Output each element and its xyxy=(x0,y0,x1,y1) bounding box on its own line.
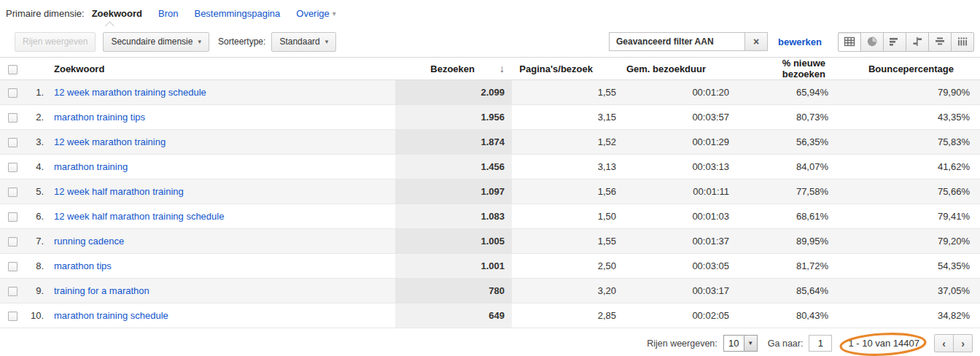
bounce-rate-value: 41,62% xyxy=(837,155,980,179)
table-row: 5. 12 week half marathon training 1.097 … xyxy=(0,179,980,204)
view-switcher xyxy=(838,32,974,52)
pct-new-visits-value: 65,94% xyxy=(738,80,837,105)
sort-type-dropdown[interactable]: Standaard ▾ xyxy=(271,32,336,52)
row-rank: 6. xyxy=(25,204,47,229)
row-checkbox[interactable] xyxy=(8,262,18,271)
avg-duration-value: 00:03:13 xyxy=(625,155,738,179)
edit-filter-link[interactable]: bewerken xyxy=(778,36,822,47)
comparison-view-button[interactable] xyxy=(906,32,929,52)
pages-per-visit-value: 1,55 xyxy=(512,80,625,105)
pct-new-visits-value: 68,61% xyxy=(738,204,837,229)
column-header-keyword[interactable]: Zoekwoord xyxy=(47,58,395,80)
row-checkbox[interactable] xyxy=(8,88,18,98)
pivot-view-button[interactable] xyxy=(951,32,974,52)
column-header-visits[interactable]: Bezoeken↓ xyxy=(395,58,512,80)
pagination-bar: Rijen weergeven: 10 ▼ Ga naar: 1 - 10 va… xyxy=(0,328,980,356)
secondary-dimension-button[interactable]: Secundaire dimensie ▾ xyxy=(103,32,209,52)
column-header-bounce-rate[interactable]: Bouncepercentage xyxy=(837,58,980,80)
percentage-view-button[interactable] xyxy=(860,32,884,52)
show-rows-button[interactable]: Rijen weergeven xyxy=(15,32,96,52)
row-checkbox[interactable] xyxy=(8,138,18,147)
pct-new-visits-value: 89,95% xyxy=(738,229,837,254)
comparison-icon xyxy=(911,36,923,47)
chevron-right-icon: › xyxy=(961,338,965,349)
show-rows-label: Rijen weergeven xyxy=(23,36,88,47)
row-checkbox[interactable] xyxy=(8,163,18,172)
keyword-link[interactable]: marathon training tips xyxy=(54,112,145,123)
avg-duration-value: 00:03:05 xyxy=(625,254,738,279)
avg-duration-value: 00:03:57 xyxy=(625,105,738,130)
keyword-link[interactable]: 12 week half marathon training schedule xyxy=(54,211,224,222)
previous-page-button[interactable]: ‹ xyxy=(934,334,954,352)
pages-per-visit-value: 1,55 xyxy=(512,229,625,254)
report-toolbar: Rijen weergeven Secundaire dimensie ▾ So… xyxy=(0,26,980,57)
column-header-avg-duration[interactable]: Gem. bezoekduur xyxy=(625,58,738,80)
table-row: 8. marathon tips 1.001 2,50 00:03:05 81,… xyxy=(0,254,980,279)
term-cloud-view-button[interactable] xyxy=(928,32,952,52)
row-checkbox-cell xyxy=(0,254,25,279)
row-checkbox[interactable] xyxy=(8,312,18,321)
analytics-keyword-report: Primaire dimensie: Zoekwoord Bron Bestem… xyxy=(0,0,980,356)
table-row: 10. marathon training schedule 649 2,85 … xyxy=(0,303,980,328)
row-checkbox[interactable] xyxy=(8,287,18,296)
pages-per-visit-value: 3,15 xyxy=(512,105,625,130)
visits-value: 1.001 xyxy=(395,254,512,279)
secondary-dimension-label: Secundaire dimensie xyxy=(111,36,192,47)
keyword-link[interactable]: 12 week half marathon training xyxy=(54,186,184,197)
keyword-link[interactable]: 12 week marathon training schedule xyxy=(54,87,206,98)
column-header-pct-new-visits[interactable]: % nieuwe bezoeken xyxy=(738,58,837,80)
keyword-link[interactable]: marathon training xyxy=(54,161,128,172)
row-checkbox-cell xyxy=(0,303,25,328)
goto-page-input[interactable] xyxy=(809,335,832,352)
visits-value: 1.097 xyxy=(395,179,512,204)
performance-view-button[interactable] xyxy=(883,32,906,52)
rank-header xyxy=(25,58,47,80)
pct-new-visits-value: 56,35% xyxy=(738,130,837,155)
dimension-tab-bron[interactable]: Bron xyxy=(158,8,178,19)
row-checkbox[interactable] xyxy=(8,187,18,197)
visits-value: 1.456 xyxy=(395,155,512,179)
row-rank: 3. xyxy=(25,130,47,155)
dimension-tab-zoekwoord[interactable]: Zoekwoord xyxy=(92,8,142,19)
keyword-link[interactable]: marathon tips xyxy=(54,260,112,271)
bounce-rate-value: 79,41% xyxy=(837,204,980,229)
pages-per-visit-value: 3,13 xyxy=(512,155,625,179)
row-checkbox-cell xyxy=(0,155,25,179)
pct-new-visits-value: 81,72% xyxy=(738,254,837,279)
select-all-checkbox-cell xyxy=(0,58,25,80)
table-view-button[interactable] xyxy=(838,32,861,52)
chevron-down-icon: ▼ xyxy=(744,336,757,351)
pct-new-visits-value: 77,58% xyxy=(738,179,837,204)
select-all-checkbox[interactable] xyxy=(8,65,18,74)
table-row: 9. training for a marathon 780 3,20 00:0… xyxy=(0,279,980,303)
sort-descending-icon: ↓ xyxy=(499,63,505,74)
visits-value: 649 xyxy=(395,303,512,328)
rows-per-page-select[interactable]: 10 ▼ xyxy=(723,335,758,352)
keyword-link[interactable]: training for a marathon xyxy=(54,285,149,296)
sort-type-value: Standaard xyxy=(279,36,319,47)
advanced-filter-chip: Geavanceerd filter AAN × xyxy=(609,32,768,51)
table-row: 7. running cadence 1.005 1,55 00:01:37 8… xyxy=(0,229,980,254)
chevron-down-icon: ▾ xyxy=(325,38,329,45)
row-checkbox-cell xyxy=(0,80,25,105)
keyword-link[interactable]: marathon training schedule xyxy=(54,310,168,321)
pct-new-visits-value: 80,73% xyxy=(738,105,837,130)
remove-filter-button[interactable]: × xyxy=(744,33,767,50)
pages-per-visit-value: 2,50 xyxy=(512,254,625,279)
next-page-button[interactable]: › xyxy=(953,334,973,352)
dimension-tab-overige[interactable]: Overige xyxy=(296,8,330,19)
row-rank: 1. xyxy=(25,80,47,105)
row-rank: 10. xyxy=(25,303,47,328)
keyword-link[interactable]: 12 week marathon training xyxy=(54,136,166,147)
column-header-pages-per-visit[interactable]: Pagina's/bezoek xyxy=(512,58,625,80)
keyword-link[interactable]: running cadence xyxy=(54,236,124,247)
toolbar-right-group: Geavanceerd filter AAN × bewerken xyxy=(609,32,974,52)
dimension-tab-bestemmingspagina[interactable]: Bestemmingspagina xyxy=(194,8,280,19)
row-checkbox[interactable] xyxy=(8,212,18,222)
row-checkbox[interactable] xyxy=(8,113,18,123)
pager-buttons: ‹ › xyxy=(934,334,973,352)
pct-new-visits-value: 80,43% xyxy=(738,303,837,328)
visits-value: 780 xyxy=(395,279,512,303)
row-checkbox[interactable] xyxy=(8,237,18,247)
table-row: 4. marathon training 1.456 3,13 00:03:13… xyxy=(0,155,980,179)
